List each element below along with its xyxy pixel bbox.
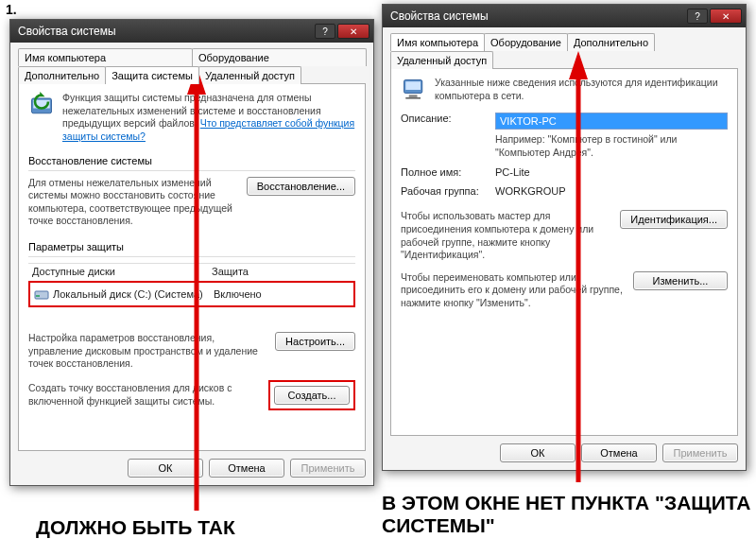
- drive-icon: [34, 287, 49, 302]
- tab-system-protection[interactable]: Защита системы: [105, 66, 199, 84]
- tab-panel-left: Функция защиты системы предназначена для…: [18, 83, 366, 451]
- tab-strip-row2: Дополнительно Защита системы Удаленный д…: [18, 66, 366, 84]
- cancel-button[interactable]: Отмена: [581, 443, 657, 462]
- identify-button[interactable]: Идентификация...: [620, 210, 728, 229]
- close-button[interactable]: ✕: [710, 9, 742, 24]
- tab-remote[interactable]: Удаленный доступ: [390, 51, 493, 69]
- label-fullname: Полное имя:: [401, 166, 495, 178]
- cancel-button[interactable]: Отмена: [209, 459, 284, 478]
- svg-rect-7: [409, 95, 418, 97]
- svg-rect-6: [405, 81, 421, 90]
- help-button[interactable]: ?: [687, 9, 708, 24]
- restore-button[interactable]: Восстановление...: [247, 177, 355, 196]
- description-input[interactable]: [495, 113, 728, 130]
- intro-text-block: Функция защиты системы предназначена для…: [62, 92, 355, 144]
- restore-icon: [28, 92, 55, 118]
- tab-strip-right: Имя компьютера Оборудование Дополнительн…: [390, 33, 738, 69]
- caption-right: В ЭТОМ ОКНЕ НЕТ ПУНКТА "ЗАЩИТА СИСТЕМЫ": [382, 492, 756, 537]
- drive-name: Локальный диск (C:) (Система): [53, 288, 203, 300]
- ok-button[interactable]: ОК: [128, 459, 203, 478]
- tab-panel-right: Указанные ниже сведения используются для…: [390, 68, 738, 436]
- titlebar-left: Свойства системы ? ✕: [10, 20, 373, 43]
- col-drives: Доступные диски: [32, 266, 212, 277]
- highlight-drive-row: Локальный диск (C:) (Система) Включено: [28, 281, 355, 307]
- window-title: Свойства системы: [18, 25, 313, 38]
- computer-icon: [401, 77, 427, 103]
- footer-buttons-right: ОК Отмена Применить: [390, 436, 738, 462]
- identify-desc: Чтобы использовать мастер для присоедине…: [401, 210, 612, 262]
- section-params-title: Параметры защиты: [28, 241, 355, 252]
- change-desc: Чтобы переименовать компьютер или присое…: [401, 271, 626, 310]
- footer-buttons-left: ОК Отмена Применить: [18, 451, 366, 478]
- tab-hardware[interactable]: Оборудование: [192, 48, 367, 66]
- window-right: Свойства системы ? ✕ Имя компьютера Обор…: [382, 4, 747, 471]
- intro-text: Указанные ниже сведения используются для…: [435, 77, 728, 103]
- create-button[interactable]: Создать...: [274, 386, 350, 405]
- window-left: Свойства системы ? ✕ Имя компьютера Обор…: [9, 19, 374, 486]
- svg-marker-2: [40, 92, 44, 96]
- highlight-create-button: Создать...: [268, 380, 355, 410]
- tab-computer-name[interactable]: Имя компьютера: [18, 48, 193, 66]
- tab-computer-name[interactable]: Имя компьютера: [390, 33, 485, 51]
- drive-status: Включено: [214, 288, 350, 300]
- tab-advanced[interactable]: Дополнительно: [567, 33, 655, 51]
- caption-left: ДОЛЖНО БЫТЬ ТАК: [36, 516, 235, 539]
- description-example: Например: "Компьютер в гостиной" или "Ко…: [495, 133, 728, 159]
- client-area-left: Имя компьютера Оборудование Дополнительн…: [10, 43, 373, 485]
- tab-remote[interactable]: Удаленный доступ: [198, 66, 301, 84]
- svg-rect-8: [405, 97, 421, 99]
- client-area-right: Имя компьютера Оборудование Дополнительн…: [383, 27, 746, 470]
- ok-button[interactable]: ОК: [500, 443, 576, 462]
- change-button[interactable]: Изменить...: [633, 271, 728, 290]
- drives-table-header: Доступные диски Защита: [28, 263, 355, 279]
- window-title: Свойства системы: [390, 9, 685, 23]
- label-1: 1.: [6, 2, 17, 17]
- titlebar-right: Свойства системы ? ✕: [383, 5, 746, 27]
- configure-button[interactable]: Настроить...: [275, 332, 355, 351]
- apply-button[interactable]: Применить: [662, 443, 738, 462]
- create-desc: Создать точку восстановления для дисков …: [28, 382, 261, 408]
- tab-strip-row1: Имя компьютера Оборудование: [18, 48, 366, 66]
- tab-advanced[interactable]: Дополнительно: [18, 66, 106, 84]
- restore-desc: Для отмены нежелательных изменений систе…: [28, 177, 239, 229]
- col-protection: Защита: [212, 266, 249, 277]
- value-fullname: PC-Lite: [495, 166, 530, 178]
- label-workgroup: Рабочая группа:: [401, 185, 495, 197]
- help-button[interactable]: ?: [315, 24, 335, 39]
- value-workgroup: WORKGROUP: [495, 185, 566, 197]
- apply-button[interactable]: Применить: [290, 459, 366, 478]
- tab-hardware[interactable]: Оборудование: [484, 33, 568, 51]
- svg-rect-4: [36, 295, 40, 297]
- close-button[interactable]: ✕: [337, 24, 369, 39]
- label-description: Описание:: [401, 113, 495, 124]
- section-restore-title: Восстановление системы: [28, 155, 355, 166]
- configure-desc: Настройка параметров восстановления, упр…: [28, 332, 267, 371]
- drive-row[interactable]: Локальный диск (C:) (Система) Включено: [30, 283, 353, 305]
